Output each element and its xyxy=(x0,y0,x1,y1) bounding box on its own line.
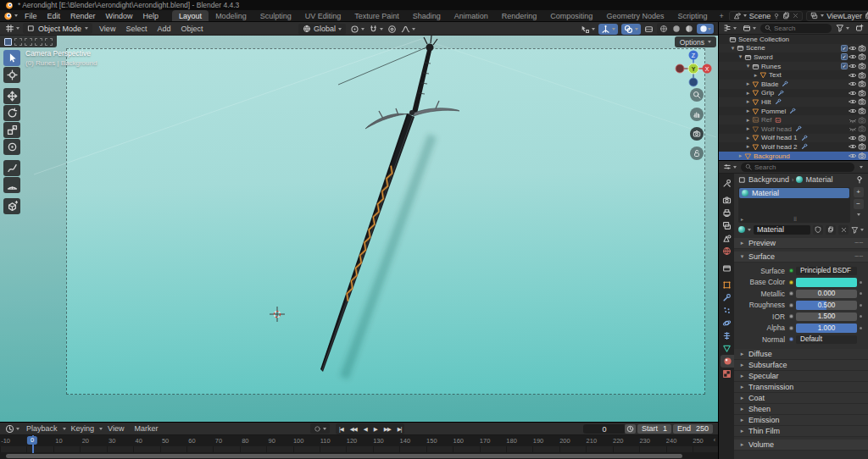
editor-type-button[interactable] xyxy=(3,24,21,33)
visibility-icon[interactable] xyxy=(849,116,857,124)
expand-toggle[interactable]: ▸ xyxy=(744,80,752,87)
properties-options-caret[interactable] xyxy=(860,166,863,169)
outliner-row-scene-collection[interactable]: Scene Collection xyxy=(719,35,868,44)
pin-id-icon[interactable] xyxy=(855,175,864,184)
properties-search-input[interactable]: Search xyxy=(741,163,854,172)
expand-toggle[interactable]: ▾ xyxy=(744,63,752,69)
properties-editor-type-button[interactable] xyxy=(721,163,738,171)
expand-toggle[interactable]: ▸ xyxy=(744,125,752,132)
surface-panel-header[interactable]: ▾ Surface ┄┄ xyxy=(734,252,868,263)
breadcrumb-object[interactable]: Background xyxy=(748,175,789,184)
expand-toggle[interactable]: ▸ xyxy=(744,135,752,141)
workspace-tab-texture-paint[interactable]: Texture Paint xyxy=(348,10,406,21)
animate-decorator[interactable] xyxy=(857,327,865,329)
expand-toggle[interactable]: ▸ xyxy=(744,108,752,114)
animate-decorator[interactable] xyxy=(857,304,865,307)
proportional-falloff-button[interactable] xyxy=(401,25,415,34)
lock-view-button[interactable] xyxy=(690,147,704,160)
panel-header-thin-film[interactable]: ▸Thin Film xyxy=(734,426,868,437)
orientation-dropdown[interactable]: Global xyxy=(298,24,346,35)
material-browse-caret[interactable] xyxy=(748,229,751,231)
shading-rendered[interactable] xyxy=(697,24,714,34)
play-button[interactable]: ▶ xyxy=(370,423,381,434)
add-slot-button[interactable]: + xyxy=(854,187,864,197)
property-value-normal[interactable]: Default xyxy=(796,335,857,345)
workspace-tab-animation[interactable]: Animation xyxy=(448,10,495,21)
material-slot-list[interactable]: Material▸⠿ xyxy=(738,187,850,223)
viewport-menu-add[interactable]: Add xyxy=(152,25,175,33)
visibility-icon[interactable] xyxy=(849,44,857,53)
new-scene-icon[interactable] xyxy=(782,12,790,19)
add-workspace-button[interactable]: + xyxy=(714,12,728,20)
playhead-badge[interactable]: 0 xyxy=(27,436,37,445)
object-type-visibility[interactable] xyxy=(581,25,595,34)
new-collection-button[interactable] xyxy=(854,24,865,32)
new-view-layer-icon[interactable] xyxy=(865,12,868,19)
menu-edit[interactable]: Edit xyxy=(42,12,66,20)
render-visibility-icon[interactable] xyxy=(858,53,866,61)
xray-toggle[interactable] xyxy=(644,25,654,34)
tab-data[interactable] xyxy=(719,342,734,355)
measure-tool[interactable] xyxy=(3,177,20,193)
outliner-row-wolf-head-2[interactable]: ▸Wolf head 2undefined xyxy=(719,142,868,152)
animate-decorator[interactable] xyxy=(857,315,865,318)
unlink-scene-icon[interactable] xyxy=(793,13,798,19)
shading-solid[interactable] xyxy=(671,25,682,33)
rotate-tool[interactable] xyxy=(3,105,20,121)
animate-decorator[interactable] xyxy=(857,281,865,284)
outliner-row-scene[interactable]: ▾Scene✓ xyxy=(719,44,868,53)
panel-header-subsurface[interactable]: ▸Subsurface xyxy=(734,360,868,371)
render-visibility-icon[interactable] xyxy=(858,62,866,70)
unlink-material-button[interactable] xyxy=(838,225,849,235)
outliner-search-input[interactable]: Search xyxy=(760,24,832,33)
property-value-roughness[interactable]: 0.500 xyxy=(796,301,857,310)
frame-start-field[interactable]: Start 1 xyxy=(637,424,671,434)
select-mode-invert[interactable] xyxy=(35,38,42,46)
timeline-menu-marker[interactable]: Marker xyxy=(129,424,163,433)
workspace-tab-compositing[interactable]: Compositing xyxy=(543,10,599,21)
visibility-icon[interactable] xyxy=(849,97,857,106)
slot-specials-caret[interactable] xyxy=(857,213,860,216)
workspace-tab-modeling[interactable]: Modeling xyxy=(209,10,253,21)
tab-modifiers[interactable] xyxy=(719,291,734,304)
tab-view-layer[interactable] xyxy=(719,219,734,232)
expand-toggle[interactable]: ▸ xyxy=(744,98,752,105)
timeline-scroll-thumb[interactable] xyxy=(6,454,682,458)
pivot-point-button[interactable] xyxy=(350,25,364,34)
outliner-row-ref[interactable]: ▸Ref xyxy=(719,115,868,124)
panel-header-specular[interactable]: ▸Specular xyxy=(734,371,868,382)
cursor-tool[interactable] xyxy=(3,67,20,83)
visibility-icon[interactable] xyxy=(849,53,857,61)
outliner-row-grip[interactable]: ▸Gripundefined xyxy=(719,89,868,98)
jump-end-button[interactable]: ▶| xyxy=(394,423,405,434)
material-browse-icon[interactable] xyxy=(738,226,745,233)
expand-toggle[interactable]: ▾ xyxy=(737,53,744,60)
viewport-menu-select[interactable]: Select xyxy=(120,25,152,33)
breadcrumb-material[interactable]: Material xyxy=(805,175,832,184)
property-value-ior[interactable]: 1.500 xyxy=(796,312,857,322)
panel-header-sheen[interactable]: ▸Sheen xyxy=(734,404,868,415)
preview-panel-header[interactable]: ▸ Preview ┄┄ xyxy=(734,238,868,249)
expand-toggle[interactable]: ▾ xyxy=(729,45,737,52)
material-specials-button[interactable] xyxy=(851,226,864,234)
outliner-row-background[interactable]: ▸Backgroundundefined xyxy=(719,152,868,161)
zoom-button[interactable] xyxy=(690,88,704,102)
property-value-metallic[interactable]: 0.000 xyxy=(796,290,857,299)
next-keyframe-button[interactable]: ▶▶ xyxy=(381,423,394,434)
workspace-tab-uv-editing[interactable]: UV Editing xyxy=(298,10,348,21)
select-mode-subtract[interactable] xyxy=(25,38,32,46)
timeline-menu-playback[interactable]: Playback xyxy=(21,424,63,433)
viewport-canvas[interactable] xyxy=(0,36,718,422)
outliner-row-wolf-head[interactable]: ▸Wolf headundefined xyxy=(719,124,868,134)
visibility-icon[interactable] xyxy=(849,71,857,80)
select-mode-set[interactable] xyxy=(4,38,12,46)
expand-toggle[interactable]: ▸ xyxy=(752,72,760,79)
visibility-icon[interactable] xyxy=(849,124,857,133)
gizmos-toggle[interactable] xyxy=(598,24,618,35)
visibility-icon[interactable] xyxy=(849,142,857,151)
material-slot[interactable]: Material xyxy=(739,188,849,198)
render-visibility-icon[interactable] xyxy=(858,44,866,53)
exclude-checkbox[interactable]: ✓ xyxy=(841,63,848,69)
tab-collection[interactable] xyxy=(719,262,734,274)
render-visibility-icon[interactable] xyxy=(858,134,866,142)
